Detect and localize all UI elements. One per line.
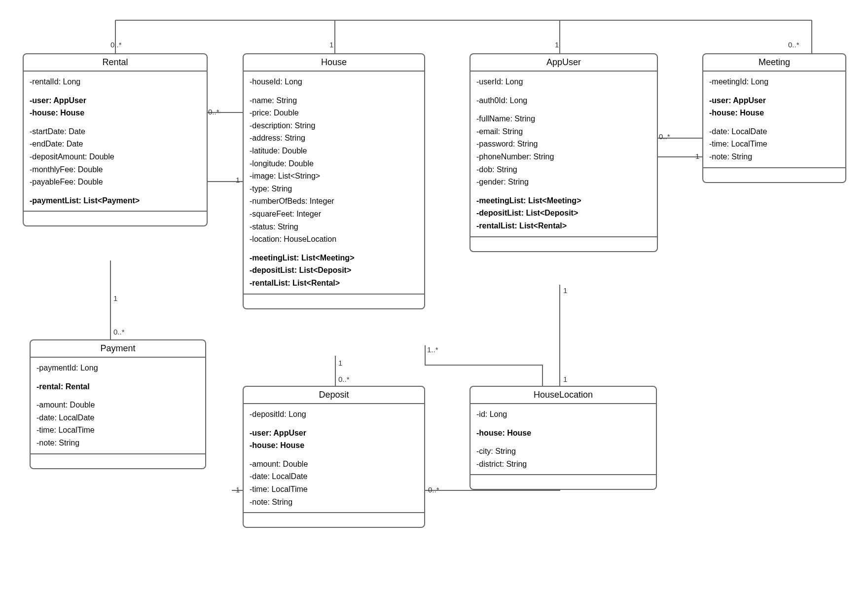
class-attribute: -meetingId: Long	[709, 75, 839, 88]
class-attribute: -address: String	[250, 132, 418, 145]
class-attribute: -note: String	[250, 496, 418, 509]
mult-appuser-meeting-one: 1	[695, 152, 699, 160]
class-attribute: -amount: Double	[36, 399, 199, 411]
class-payment: Payment -paymentId: Long-rental: Rental-…	[30, 339, 206, 469]
class-attribute: -location: HouseLocation	[250, 233, 418, 246]
class-attribute: -date: LocalDate	[709, 125, 839, 138]
class-attribute: -note: String	[36, 437, 199, 449]
class-title: Payment	[31, 340, 205, 358]
mult-house-deposit-one: 1	[338, 359, 342, 367]
mult-house-housel-one: 1..*	[427, 345, 438, 354]
class-body: -rentalId: Long-user: AppUser-house: Hou…	[24, 72, 207, 212]
mult-appuser-top: 1	[555, 40, 559, 49]
class-meeting: Meeting -meetingId: Long-user: AppUser-h…	[702, 53, 846, 183]
class-attribute: -depositAmount: Double	[30, 150, 201, 163]
class-body: -id: Long-house: House-city: String-dist…	[470, 404, 656, 475]
class-attribute: -note: String	[709, 150, 839, 163]
mult-house-deposit-many: 0..*	[338, 375, 350, 383]
mult-rental-payment-one: 1	[113, 294, 117, 302]
class-attribute: -endDate: Date	[30, 138, 201, 150]
class-footer	[470, 237, 657, 251]
class-attribute: -email: String	[476, 125, 651, 138]
class-attribute: -longitude: Double	[250, 157, 418, 170]
class-body: -userId: Long-auth0Id: Long-fullName: St…	[470, 72, 657, 237]
class-attribute: -time: LocalTime	[250, 483, 418, 496]
class-attribute: -meetingList: List<Meeting>	[476, 194, 651, 207]
mult-rental-top: 0..*	[110, 40, 122, 49]
class-attribute: -numberOfBeds: Integer	[250, 195, 418, 208]
class-houselocation: HouseLocation -id: Long-house: House-cit…	[470, 386, 657, 490]
class-body: -houseId: Long-name: String-price: Doubl…	[244, 72, 424, 295]
class-attribute: -house: House	[30, 107, 201, 119]
class-footer	[24, 212, 207, 225]
class-attribute: -user: AppUser	[250, 427, 418, 440]
mult-house-rental-left: 0..*	[208, 108, 219, 116]
class-attribute: -district: String	[476, 458, 650, 471]
class-attribute: -name: String	[250, 94, 418, 107]
class-attribute: -latitude: Double	[250, 145, 418, 157]
class-attribute: -startDate: Date	[30, 125, 201, 138]
class-attribute: -date: LocalDate	[250, 470, 418, 483]
class-title: Rental	[24, 54, 207, 72]
class-attribute: -dob: String	[476, 163, 651, 176]
class-title: HouseLocation	[470, 387, 656, 404]
class-attribute: -fullName: String	[476, 112, 651, 125]
class-title: Deposit	[244, 387, 424, 404]
class-attribute: -depositList: List<Deposit>	[250, 264, 418, 277]
class-attribute: -rentalId: Long	[30, 75, 201, 88]
class-attribute: -phoneNumber: String	[476, 150, 651, 163]
mult-appuser-deposit-one2: 1	[236, 485, 240, 494]
class-attribute: -squareFeet: Integer	[250, 208, 418, 221]
mult-rental-payment-many: 0..*	[113, 328, 125, 336]
class-body: -meetingId: Long-user: AppUser-house: Ho…	[703, 72, 845, 168]
mult-house-rental-one: 1	[236, 176, 240, 184]
class-attribute: -gender: String	[476, 176, 651, 188]
class-attribute: -meetingList: List<Meeting>	[250, 252, 418, 264]
mult-house-housel-oneR: 1	[563, 375, 567, 383]
class-title: Meeting	[703, 54, 845, 72]
class-attribute: -depositList: List<Deposit>	[476, 207, 651, 220]
class-body: -depositId: Long-user: AppUser-house: Ho…	[244, 404, 424, 513]
class-attribute: -id: Long	[476, 408, 650, 421]
class-attribute: -date: LocalDate	[36, 411, 199, 424]
class-attribute: -rental: Rental	[36, 380, 199, 393]
class-footer	[244, 295, 424, 308]
class-attribute: -payableFee: Double	[30, 176, 201, 188]
class-footer	[31, 454, 205, 468]
mult-house-top: 1	[329, 40, 333, 49]
class-footer	[244, 513, 424, 527]
class-attribute: -password: String	[476, 138, 651, 150]
class-body: -paymentId: Long-rental: Rental-amount: …	[31, 358, 205, 454]
class-attribute: -depositId: Long	[250, 408, 418, 421]
class-attribute: -userId: Long	[476, 75, 651, 88]
class-attribute: -rentalList: List<Rental>	[476, 220, 651, 232]
class-appuser: AppUser -userId: Long-auth0Id: Long-full…	[470, 53, 658, 252]
mult-meeting-top: 0..*	[788, 40, 799, 49]
class-house: House -houseId: Long-name: String-price:…	[243, 53, 425, 309]
mult-appuser-deposit-one: 1	[563, 286, 567, 295]
class-attribute: -city: String	[476, 445, 650, 458]
class-rental: Rental -rentalId: Long-user: AppUser-hou…	[23, 53, 208, 226]
class-attribute: -houseId: Long	[250, 75, 418, 88]
class-attribute: -paymentId: Long	[36, 362, 199, 374]
class-footer	[470, 475, 656, 489]
class-attribute: -house: House	[709, 107, 839, 119]
class-attribute: -house: House	[476, 427, 650, 440]
class-attribute: -time: LocalTime	[709, 138, 839, 150]
uml-canvas: 0..* 1 1 0..* 0..* 1 0..* 1 1 0..* 1 0..…	[0, 0, 868, 594]
class-attribute: -user: AppUser	[709, 94, 839, 107]
class-attribute: -house: House	[250, 439, 418, 452]
class-attribute: -paymentList: List<Payment>	[30, 194, 201, 207]
class-attribute: -user: AppUser	[30, 94, 201, 107]
class-attribute: -image: List<String>	[250, 170, 418, 183]
class-footer	[703, 168, 845, 182]
class-title: House	[244, 54, 424, 72]
class-deposit: Deposit -depositId: Long-user: AppUser-h…	[243, 386, 425, 528]
class-attribute: -time: LocalTime	[36, 424, 199, 437]
class-attribute: -description: String	[250, 119, 418, 132]
class-attribute: -price: Double	[250, 107, 418, 119]
class-attribute: -status: String	[250, 221, 418, 233]
class-attribute: -monthlyFee: Double	[30, 163, 201, 176]
class-attribute: -rentalList: List<Rental>	[250, 277, 418, 290]
class-attribute: -amount: Double	[250, 458, 418, 471]
